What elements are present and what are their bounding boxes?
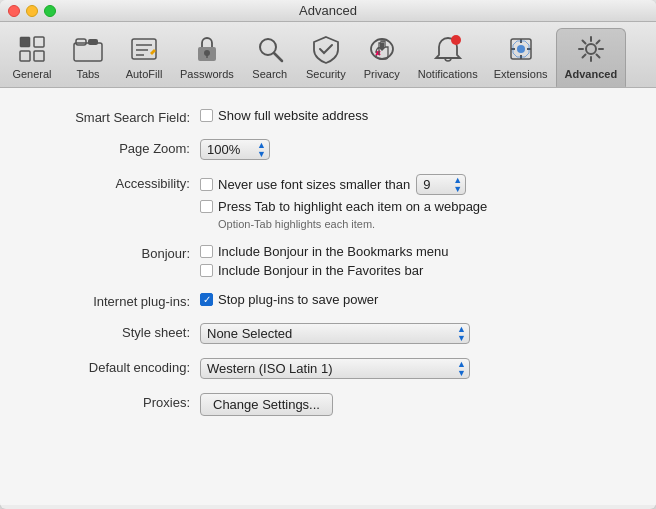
smart-search-controls: Show full website address [200,108,368,123]
bonjour-bookmarks-label: Include Bonjour in the Bookmarks menu [218,244,449,259]
security-icon [310,33,342,65]
proxies-row: Proxies: Change Settings... [40,393,616,416]
svg-rect-2 [34,37,44,47]
stop-plugins-label: Stop plug-ins to save power [218,292,378,307]
internet-plugins-row: Internet plug-ins: ✓ Stop plug-ins to sa… [40,292,616,309]
svg-rect-5 [76,39,86,45]
toolbar-item-notifications[interactable]: Notifications [410,28,486,87]
tabs-icon [72,33,104,65]
font-size-select-wrapper: 9 10 11 12 14 18 24 ▲ ▼ [416,174,466,195]
svg-point-20 [517,45,525,53]
privacy-icon [366,33,398,65]
style-sheet-row: Style sheet: None Selected ▲ ▼ [40,323,616,344]
never-font-size-wrapper[interactable]: Never use font sizes smaller than [200,177,410,192]
close-button[interactable] [8,5,20,17]
show-full-address-checkbox[interactable] [200,109,213,122]
minimize-button[interactable] [26,5,38,17]
extensions-label: Extensions [494,68,548,80]
advanced-icon [575,33,607,65]
style-sheet-select-wrapper: None Selected ▲ ▼ [200,323,470,344]
default-encoding-row: Default encoding: Western (ISO Latin 1) … [40,358,616,379]
default-encoding-select-wrapper: Western (ISO Latin 1) UTF-8 Unicode (UTF… [200,358,470,379]
bonjour-bookmarks-wrapper[interactable]: Include Bonjour in the Bookmarks menu [200,244,449,259]
bonjour-favorites-checkbox[interactable] [200,264,213,277]
general-icon [16,33,48,65]
bonjour-label: Bonjour: [40,244,200,261]
toolbar-item-advanced[interactable]: Advanced [556,28,627,87]
page-zoom-row: Page Zoom: 75% 90% 100% 110% 125% 150% 1… [40,139,616,160]
never-font-size-label: Never use font sizes smaller than [218,177,410,192]
advanced-label: Advanced [565,68,618,80]
bonjour-favorites-label: Include Bonjour in the Favorites bar [218,263,423,278]
change-settings-button[interactable]: Change Settings... [200,393,333,416]
svg-rect-7 [132,39,156,59]
general-label: General [12,68,51,80]
page-zoom-select-wrapper: 75% 90% 100% 110% 125% 150% 175% 200% ▲ … [200,139,270,160]
page-zoom-label: Page Zoom: [40,139,200,156]
svg-rect-0 [20,37,30,47]
svg-rect-3 [34,51,44,61]
toolbar-item-privacy[interactable]: Privacy [354,28,410,87]
notifications-label: Notifications [418,68,478,80]
never-font-size-checkbox[interactable] [200,178,213,191]
extensions-icon [505,33,537,65]
accessibility-controls: Never use font sizes smaller than 9 10 1… [200,174,487,230]
toolbar-item-extensions[interactable]: Extensions [486,28,556,87]
accessibility-hint: Option-Tab highlights each item. [218,218,487,230]
never-font-size-row: Never use font sizes smaller than 9 10 1… [200,174,487,195]
titlebar: Advanced [0,0,656,22]
passwords-label: Passwords [180,68,234,80]
style-sheet-controls: None Selected ▲ ▼ [200,323,470,344]
privacy-label: Privacy [364,68,400,80]
bonjour-bookmarks-checkbox[interactable] [200,245,213,258]
proxies-controls: Change Settings... [200,393,333,416]
svg-point-21 [586,44,596,54]
accessibility-row: Accessibility: Never use font sizes smal… [40,174,616,230]
svg-rect-6 [88,39,98,45]
search-icon [254,33,286,65]
page-zoom-select[interactable]: 75% 90% 100% 110% 125% 150% 175% 200% [200,139,270,160]
toolbar-item-tabs[interactable]: Tabs [60,28,116,87]
toolbar-item-security[interactable]: Security [298,28,354,87]
proxies-label: Proxies: [40,393,200,410]
accessibility-label: Accessibility: [40,174,200,191]
security-label: Security [306,68,346,80]
stop-plugins-wrapper[interactable]: ✓ Stop plug-ins to save power [200,292,378,307]
window-title: Advanced [299,3,357,18]
style-sheet-label: Style sheet: [40,323,200,340]
default-encoding-label: Default encoding: [40,358,200,375]
svg-line-15 [274,53,282,61]
search-label: Search [252,68,287,80]
default-encoding-controls: Western (ISO Latin 1) UTF-8 Unicode (UTF… [200,358,470,379]
press-tab-wrapper[interactable]: Press Tab to highlight each item on a we… [200,199,487,214]
notifications-icon [432,33,464,65]
toolbar-item-search[interactable]: Search [242,28,298,87]
smart-search-field-label: Smart Search Field: [40,108,200,125]
stop-plugins-checkbox[interactable]: ✓ [200,293,213,306]
smart-search-field-row: Smart Search Field: Show full website ad… [40,108,616,125]
autofill-label: AutoFill [126,68,163,80]
show-full-address-label: Show full website address [218,108,368,123]
bonjour-favorites-wrapper[interactable]: Include Bonjour in the Favorites bar [200,263,449,278]
press-tab-checkbox[interactable] [200,200,213,213]
font-size-select[interactable]: 9 10 11 12 14 18 24 [416,174,466,195]
press-tab-label: Press Tab to highlight each item on a we… [218,199,487,214]
toolbar-item-passwords[interactable]: Passwords [172,28,242,87]
toolbar-item-general[interactable]: General [4,28,60,87]
show-full-address-checkbox-wrapper[interactable]: Show full website address [200,108,368,123]
tabs-label: Tabs [76,68,99,80]
autofill-icon [128,33,160,65]
content-area: Smart Search Field: Show full website ad… [0,88,656,505]
svg-rect-1 [20,51,30,61]
bottom-bar: ✓ Show Develop menu in menu bar ? [0,505,656,509]
default-encoding-select[interactable]: Western (ISO Latin 1) UTF-8 Unicode (UTF… [200,358,470,379]
style-sheet-select[interactable]: None Selected [200,323,470,344]
traffic-lights [8,5,56,17]
internet-plugins-controls: ✓ Stop plug-ins to save power [200,292,378,307]
page-zoom-controls: 75% 90% 100% 110% 125% 150% 175% 200% ▲ … [200,139,270,160]
passwords-icon [191,33,223,65]
internet-plugins-label: Internet plug-ins: [40,292,200,309]
toolbar-item-autofill[interactable]: AutoFill [116,28,172,87]
maximize-button[interactable] [44,5,56,17]
bonjour-controls: Include Bonjour in the Bookmarks menu In… [200,244,449,278]
